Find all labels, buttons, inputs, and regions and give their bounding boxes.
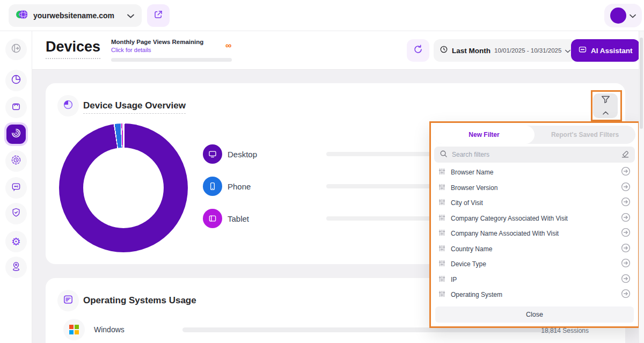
filter-item-label: Country Name — [451, 245, 616, 253]
website-name: yourwebsitename.com — [33, 11, 122, 20]
page-title: Devices — [46, 39, 100, 59]
os-label: Windows — [94, 325, 182, 334]
clock-icon — [440, 45, 448, 56]
sidebar-item-dashboard[interactable] — [5, 70, 27, 91]
sidebar-item-settings[interactable]: ⚙ — [5, 231, 27, 252]
filter-item[interactable]: IP — [431, 272, 638, 288]
os-sessions: 18,814 Sessions — [541, 327, 589, 334]
legend-label: Desktop — [228, 150, 326, 159]
sliders-icon — [438, 275, 445, 284]
infinity-icon: ∞ — [225, 41, 231, 50]
pie-chart-icon — [63, 99, 74, 112]
devices-radar-icon — [11, 128, 21, 141]
sidebar-item-sessions[interactable] — [5, 150, 27, 172]
filter-item-label: Device Type — [451, 260, 616, 268]
windows-logo-icon — [63, 319, 85, 340]
date-range-selector[interactable]: Last Month 10/01/2025 - 10/31/2025 — [434, 39, 576, 62]
chat-icon — [11, 181, 21, 194]
filter-search-bar — [434, 147, 635, 163]
chevron-down-icon — [630, 11, 636, 20]
refresh-button[interactable] — [407, 39, 429, 62]
filter-item[interactable]: City of Visit — [431, 195, 638, 211]
session-clock-icon — [11, 155, 21, 167]
sliders-icon — [438, 183, 445, 193]
website-selector[interactable]: yourwebsitename.com — [9, 4, 142, 27]
sidebar-item-ecommerce[interactable] — [5, 97, 27, 118]
chevron-down-icon — [565, 46, 570, 55]
arrow-right-circle-icon — [621, 274, 631, 286]
ai-assistant-button[interactable]: AI Assistant — [571, 39, 640, 62]
filter-item[interactable]: Browser Name — [431, 165, 638, 180]
filter-item[interactable]: Device Type — [431, 257, 638, 272]
filter-search-input[interactable] — [452, 151, 617, 158]
chat-icon — [578, 45, 587, 56]
sliders-icon — [438, 198, 445, 208]
pie-chart-icon — [11, 74, 21, 87]
funnel-icon — [601, 95, 611, 106]
card-title: Device Usage Overview — [83, 100, 186, 114]
sidebar-item-collapse[interactable] — [5, 39, 27, 60]
scrollbar-thumb[interactable] — [640, 38, 643, 129]
filter-panel: New Filter Report's Saved Filters — [429, 121, 640, 328]
ai-assistant-label: AI Assistant — [591, 47, 633, 55]
sliders-icon — [438, 229, 445, 238]
profile-menu[interactable] — [604, 4, 642, 27]
filter-item-label: IP — [451, 276, 616, 283]
date-range-value: 10/01/2025 - 10/31/2025 — [494, 47, 561, 54]
sliders-icon — [438, 259, 445, 269]
arrow-right-circle-icon — [621, 228, 631, 239]
arrow-right-circle-icon — [621, 182, 631, 194]
sliders-icon — [438, 214, 445, 223]
eraser-icon[interactable] — [621, 149, 630, 160]
external-link-icon — [153, 10, 163, 21]
filter-item-label: Company Category Associated With Visit — [451, 215, 616, 222]
open-website-button[interactable] — [147, 4, 170, 27]
chevron-down-icon — [127, 11, 134, 20]
tab-saved-filters[interactable]: Report's Saved Filters — [535, 126, 635, 144]
sliders-icon — [438, 167, 445, 177]
legend-label: Phone — [228, 182, 326, 191]
top-bar: yourwebsitename.com — [0, 0, 644, 31]
vertical-scrollbar — [639, 31, 644, 343]
filter-item[interactable]: Country Name — [431, 242, 638, 257]
sliders-icon — [438, 244, 445, 254]
chevron-up-icon — [603, 107, 609, 117]
sidebar-item-devices-active[interactable] — [4, 122, 28, 146]
phone-icon — [203, 177, 222, 196]
filter-item[interactable]: Operating System — [431, 287, 638, 303]
sidebar-item-feedback[interactable] — [5, 177, 27, 199]
filter-item-label: City of Visit — [451, 199, 616, 207]
card-icon-wrap — [57, 290, 79, 311]
desktop-icon — [203, 144, 222, 164]
filter-item[interactable]: Company Category Associated With Visit — [431, 211, 638, 227]
filter-button[interactable] — [593, 93, 618, 118]
os-bar — [182, 327, 558, 332]
page-header: Devices Monthly Page Views Remaining Cli… — [32, 31, 644, 70]
filter-item-label: Operating System — [451, 291, 616, 298]
quota-details-link[interactable]: Click for details — [111, 47, 232, 53]
filter-item-label: Company Name Associated With Visit — [451, 230, 616, 237]
arrow-right-circle-icon — [621, 289, 631, 301]
arrow-right-circle-icon — [621, 166, 631, 178]
quota-progress-bar — [111, 58, 232, 62]
sidebar-item-location[interactable] — [5, 257, 27, 278]
quota-label: Monthly Page Views Remaining — [111, 39, 232, 45]
filter-tabs: New Filter Report's Saved Filters — [434, 126, 635, 144]
filter-item-label: Browser Name — [451, 169, 616, 176]
filter-item[interactable]: Company Name Associated With Visit — [431, 226, 638, 242]
sidebar-nav: ⚙ — [0, 31, 32, 343]
close-filter-panel-button[interactable]: Close — [435, 306, 634, 323]
shield-check-icon — [11, 207, 21, 220]
quota-widget: Monthly Page Views Remaining Click for d… — [111, 39, 232, 62]
sliders-icon — [438, 290, 445, 300]
tab-new-filter[interactable]: New Filter — [434, 126, 535, 144]
sidebar-item-security[interactable] — [5, 203, 27, 224]
avatar — [610, 8, 626, 24]
report-icon — [63, 294, 74, 307]
filter-list: Browser Name Browser Version — [431, 165, 638, 303]
shopping-bag-icon — [11, 101, 21, 114]
filter-item[interactable]: Browser Version — [431, 180, 638, 196]
device-donut — [59, 123, 188, 252]
refresh-icon — [413, 44, 423, 57]
date-range-label: Last Month — [452, 47, 491, 55]
